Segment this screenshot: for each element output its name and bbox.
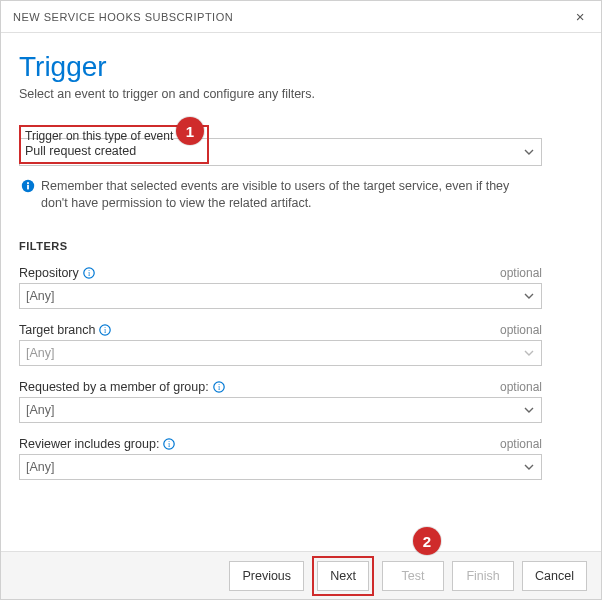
finish-button: Finish: [452, 561, 514, 591]
close-icon[interactable]: ×: [570, 6, 591, 27]
optional-label: optional: [500, 380, 542, 394]
filter-target-branch-value: [Any]: [26, 346, 55, 360]
filter-repository-select[interactable]: [Any]: [19, 283, 542, 309]
filter-reviewer-group-label: Reviewer includes group:: [19, 437, 159, 451]
optional-label: optional: [500, 323, 542, 337]
visibility-note: Remember that selected events are visibl…: [19, 178, 539, 212]
svg-text:i: i: [104, 326, 107, 335]
help-icon[interactable]: i: [99, 324, 111, 336]
help-icon[interactable]: i: [83, 267, 95, 279]
filter-reviewer-group: Reviewer includes group: i optional [Any…: [19, 437, 542, 480]
page-subtitle: Select an event to trigger on and config…: [19, 87, 581, 101]
svg-rect-1: [27, 185, 29, 190]
chevron-down-icon: [523, 290, 535, 302]
chevron-down-icon: [523, 146, 535, 158]
svg-text:i: i: [218, 383, 221, 392]
dialog-titlebar: NEW SERVICE HOOKS SUBSCRIPTION ×: [1, 1, 601, 33]
optional-label: optional: [500, 266, 542, 280]
filter-repository-label: Repository: [19, 266, 79, 280]
optional-label: optional: [500, 437, 542, 451]
dialog-content: Trigger Select an event to trigger on an…: [1, 33, 601, 480]
filters-heading: FILTERS: [19, 240, 581, 252]
page-title: Trigger: [19, 51, 581, 83]
svg-text:i: i: [88, 269, 91, 278]
callout-badge-1: 1: [176, 117, 204, 145]
filter-repository: Repository i optional [Any]: [19, 266, 542, 309]
filter-requested-by-group-select[interactable]: [Any]: [19, 397, 542, 423]
filter-target-branch-select[interactable]: [Any]: [19, 340, 542, 366]
chevron-down-icon: [523, 461, 535, 473]
svg-text:i: i: [168, 440, 171, 449]
chevron-down-icon: [523, 404, 535, 416]
filter-requested-by-group-label: Requested by a member of group:: [19, 380, 209, 394]
filter-target-branch-label: Target branch: [19, 323, 95, 337]
filter-repository-value: [Any]: [26, 289, 55, 303]
filter-target-branch: Target branch i optional [Any]: [19, 323, 542, 366]
dialog-footer: Previous Next Test Finish Cancel: [1, 551, 601, 599]
chevron-down-icon: [523, 347, 535, 359]
filter-requested-by-group: Requested by a member of group: i option…: [19, 380, 542, 423]
previous-button[interactable]: Previous: [229, 561, 304, 591]
filter-reviewer-group-value: [Any]: [26, 460, 55, 474]
next-button[interactable]: Next: [317, 561, 369, 591]
test-button: Test: [382, 561, 444, 591]
next-button-highlight: Next: [312, 556, 374, 596]
help-icon[interactable]: i: [213, 381, 225, 393]
callout-badge-2: 2: [413, 527, 441, 555]
filter-reviewer-group-select[interactable]: [Any]: [19, 454, 542, 480]
cancel-button[interactable]: Cancel: [522, 561, 587, 591]
svg-rect-2: [27, 182, 29, 184]
filter-requested-by-group-value: [Any]: [26, 403, 55, 417]
help-icon[interactable]: i: [163, 438, 175, 450]
event-type-value: Pull request created: [25, 144, 203, 158]
info-icon: [21, 179, 35, 193]
dialog-title: NEW SERVICE HOOKS SUBSCRIPTION: [13, 11, 233, 23]
visibility-note-text: Remember that selected events are visibl…: [41, 178, 539, 212]
